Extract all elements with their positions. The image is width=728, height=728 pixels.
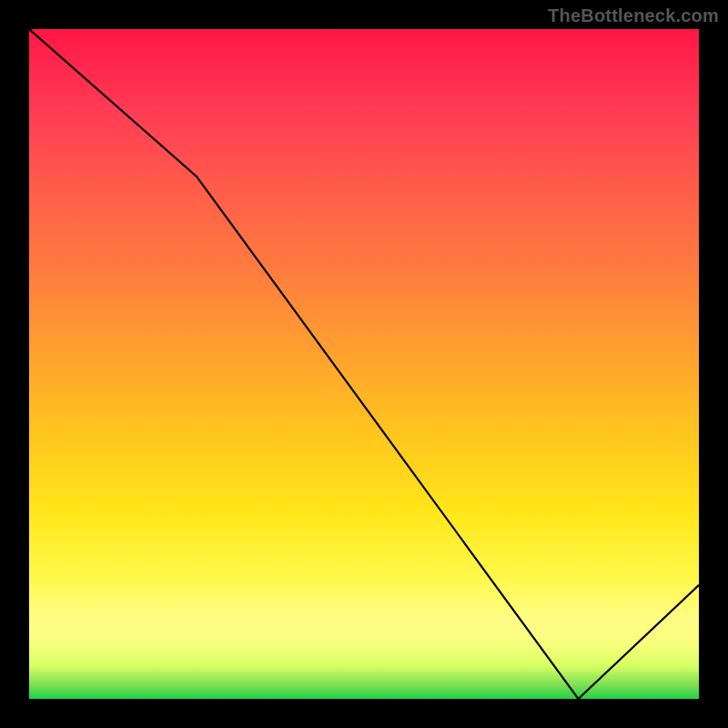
heat-gradient-background (29, 29, 699, 699)
watermark-text: TheBottleneck.com (548, 5, 719, 26)
chart-container: TheBottleneck.com (0, 0, 728, 728)
chart-plot-area (29, 29, 699, 699)
